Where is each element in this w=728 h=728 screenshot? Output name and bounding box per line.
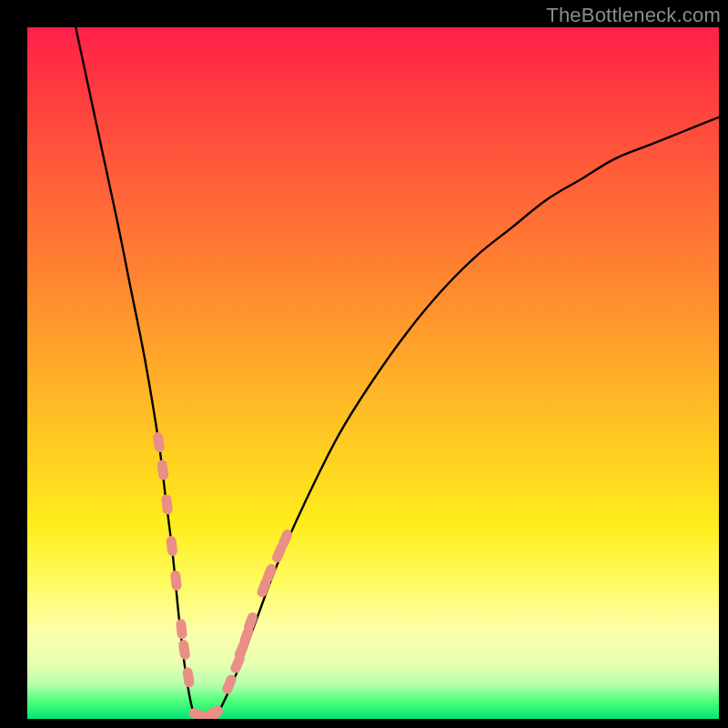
curve-layer xyxy=(27,27,719,719)
curve-marker xyxy=(152,431,165,452)
plot-area xyxy=(27,27,719,719)
curve-marker xyxy=(182,667,195,688)
curve-marker xyxy=(170,570,182,591)
chart-frame: TheBottleneck.com xyxy=(0,0,728,728)
bottleneck-curve-path xyxy=(76,27,719,719)
watermark-text: TheBottleneck.com xyxy=(546,4,721,27)
curve-marker xyxy=(176,619,187,640)
curve-group xyxy=(76,27,719,719)
curve-marker xyxy=(157,460,169,480)
curve-marker xyxy=(166,535,177,556)
curve-marker xyxy=(161,494,174,515)
curve-marker xyxy=(177,639,190,660)
marker-group xyxy=(152,431,293,719)
